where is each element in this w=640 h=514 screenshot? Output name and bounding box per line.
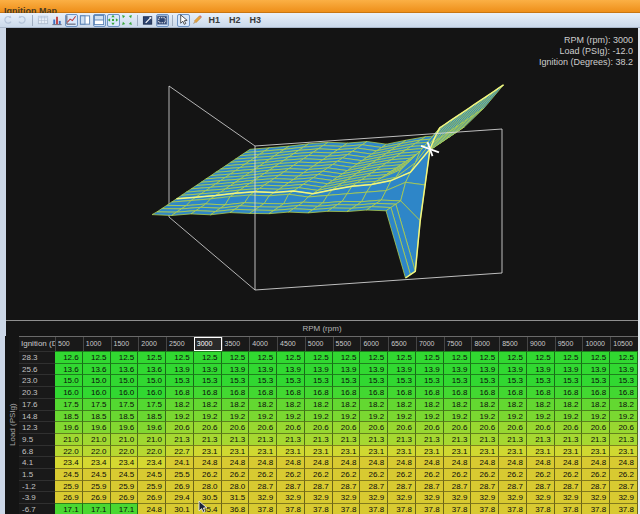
map-cell[interactable]: 23.1 <box>416 445 444 457</box>
map-cell[interactable]: 20.6 <box>277 421 305 433</box>
map-cell[interactable]: 26.2 <box>610 468 638 480</box>
map-cell[interactable]: 21.3 <box>582 433 610 445</box>
map-cell[interactable]: 19.2 <box>222 410 250 422</box>
map-cell[interactable]: 19.6 <box>83 421 111 433</box>
map-cell[interactable]: 20.6 <box>416 421 444 433</box>
map-cell[interactable]: 35.4 <box>194 503 222 514</box>
map-cell[interactable]: 13.9 <box>416 363 444 375</box>
map-cell[interactable]: 24.5 <box>55 468 83 480</box>
toolbar-button-undo[interactable] <box>2 14 15 27</box>
map-cell[interactable]: 26.2 <box>277 468 305 480</box>
rpm-column-header[interactable]: 3500 <box>222 337 250 351</box>
map-cell[interactable]: 21.3 <box>527 433 555 445</box>
rpm-column-header[interactable]: 8500 <box>499 337 527 351</box>
map-cell[interactable]: 16.8 <box>333 386 361 398</box>
toolbar-button-zoom-window[interactable] <box>156 14 169 27</box>
map-cell[interactable]: 15.3 <box>416 374 444 386</box>
map-cell[interactable]: 12.5 <box>277 351 305 363</box>
map-cell[interactable]: 29.4 <box>166 491 194 503</box>
map-cell[interactable]: 26.2 <box>360 468 388 480</box>
load-row-header[interactable]: 23.0 <box>19 374 55 386</box>
map-cell[interactable]: 24.8 <box>277 456 305 468</box>
map-cell[interactable]: 26.2 <box>471 468 499 480</box>
map-cell[interactable]: 17.5 <box>55 398 83 410</box>
toolbar-button-zoom-extents[interactable] <box>142 14 155 27</box>
map-cell[interactable]: 13.9 <box>305 363 333 375</box>
map-cell[interactable]: 37.8 <box>610 503 638 514</box>
rpm-column-header[interactable]: 6000 <box>360 337 388 351</box>
map-cell[interactable]: 20.6 <box>610 421 638 433</box>
rpm-column-header[interactable]: 10000 <box>582 337 610 351</box>
map-cell[interactable]: 23.1 <box>471 445 499 457</box>
map-cell[interactable]: 12.5 <box>138 351 166 363</box>
map-cell[interactable]: 32.9 <box>527 491 555 503</box>
map-cell[interactable]: 18.2 <box>305 398 333 410</box>
map-cell[interactable]: 26.2 <box>388 468 416 480</box>
map-cell[interactable]: 16.0 <box>111 386 139 398</box>
map-cell[interactable]: 18.5 <box>111 410 139 422</box>
load-row-header[interactable]: 25.6 <box>19 363 55 375</box>
map-cell[interactable]: 24.8 <box>416 456 444 468</box>
rpm-column-header[interactable]: 500 <box>55 337 83 351</box>
load-row-header[interactable]: -3.9 <box>19 491 55 503</box>
map-cell[interactable]: 25.5 <box>166 468 194 480</box>
toolbar-button-bar-chart-view[interactable] <box>51 14 64 27</box>
map-cell[interactable]: 19.2 <box>305 410 333 422</box>
map-cell[interactable]: 12.5 <box>111 351 139 363</box>
map-cell[interactable]: 24.8 <box>471 456 499 468</box>
map-cell[interactable]: 37.8 <box>277 503 305 514</box>
rpm-column-header[interactable]: 8000 <box>471 337 499 351</box>
load-row-header[interactable]: -6.7 <box>19 503 55 514</box>
map-cell[interactable]: 21.0 <box>111 433 139 445</box>
map-cell[interactable]: 15.3 <box>333 374 361 386</box>
rpm-column-header[interactable]: 4000 <box>249 337 277 351</box>
rpm-column-header[interactable]: 7500 <box>444 337 472 351</box>
map-cell[interactable]: 18.2 <box>416 398 444 410</box>
map-cell[interactable]: 32.9 <box>333 491 361 503</box>
map-cell[interactable]: 15.3 <box>360 374 388 386</box>
map-cell[interactable]: 32.9 <box>360 491 388 503</box>
rpm-column-header[interactable]: 9000 <box>527 337 555 351</box>
titlebar[interactable]: Ignition Map <box>0 0 640 13</box>
map-cell[interactable]: 18.2 <box>582 398 610 410</box>
ignition-surface-plot[interactable] <box>6 28 638 320</box>
map-cell[interactable]: 18.2 <box>610 398 638 410</box>
map-cell[interactable]: 20.6 <box>388 421 416 433</box>
map-cell[interactable]: 19.2 <box>555 410 583 422</box>
map-cell[interactable]: 26.2 <box>499 468 527 480</box>
map-cell[interactable]: 28.7 <box>305 480 333 492</box>
map-cell[interactable]: 15.0 <box>111 374 139 386</box>
map-cell[interactable]: 19.2 <box>249 410 277 422</box>
map-cell[interactable]: 15.3 <box>277 374 305 386</box>
rpm-column-header[interactable]: 3000 <box>194 337 222 351</box>
map-cell[interactable]: 23.1 <box>499 445 527 457</box>
map-cell[interactable]: 13.9 <box>333 363 361 375</box>
map-cell[interactable]: 19.2 <box>277 410 305 422</box>
map-cell[interactable]: 18.2 <box>499 398 527 410</box>
map-cell[interactable]: 28.7 <box>471 480 499 492</box>
map-cell[interactable]: 20.6 <box>527 421 555 433</box>
map-cell[interactable]: 37.8 <box>527 503 555 514</box>
map-cell[interactable]: 26.2 <box>249 468 277 480</box>
map-cell[interactable]: 23.1 <box>333 445 361 457</box>
map-cell[interactable]: 21.3 <box>305 433 333 445</box>
map-cell[interactable]: 23.4 <box>138 456 166 468</box>
map-cell[interactable]: 18.2 <box>555 398 583 410</box>
map-cell[interactable]: 16.8 <box>305 386 333 398</box>
map-cell[interactable]: 21.0 <box>83 433 111 445</box>
map-cell[interactable]: 32.9 <box>555 491 583 503</box>
load-row-header[interactable]: 9.5 <box>19 433 55 445</box>
map-cell[interactable]: 28.7 <box>333 480 361 492</box>
map-cell[interactable]: 13.6 <box>55 363 83 375</box>
map-cell[interactable]: 13.9 <box>277 363 305 375</box>
map-cell[interactable]: 18.5 <box>55 410 83 422</box>
load-row-header[interactable]: -1.2 <box>19 480 55 492</box>
map-cell[interactable]: 28.0 <box>222 480 250 492</box>
map-cell[interactable]: 20.6 <box>222 421 250 433</box>
map-cell[interactable]: 28.7 <box>444 480 472 492</box>
map-cell[interactable]: 15.3 <box>499 374 527 386</box>
map-cell[interactable]: 15.3 <box>555 374 583 386</box>
map-cell[interactable]: 16.8 <box>471 386 499 398</box>
map-cell[interactable]: 24.8 <box>610 456 638 468</box>
map-cell[interactable]: 12.5 <box>471 351 499 363</box>
